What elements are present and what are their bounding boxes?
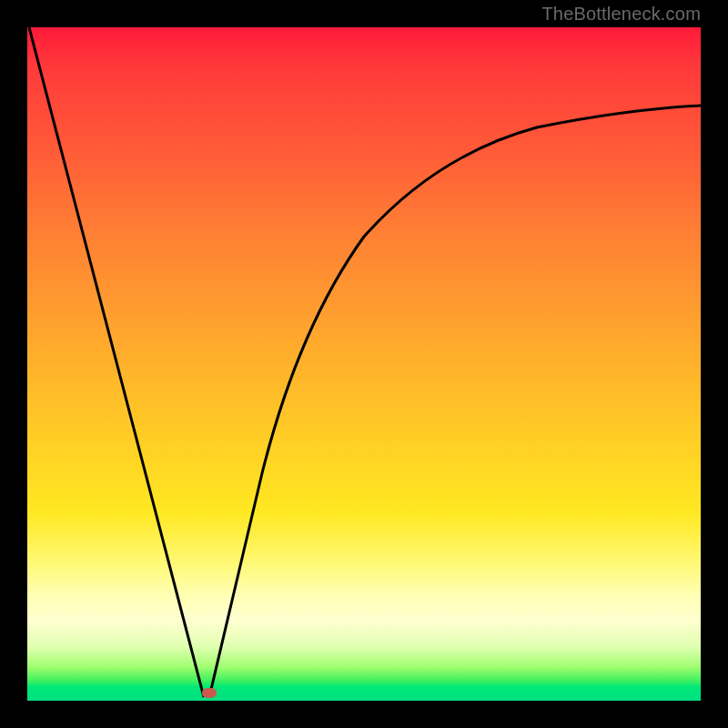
watermark-text: TheBottleneck.com — [541, 4, 701, 25]
bottleneck-curve — [27, 27, 701, 701]
plot-area — [27, 27, 701, 701]
chart-frame: TheBottleneck.com — [0, 0, 728, 728]
curve-left-segment — [29, 27, 204, 697]
optimal-point-marker — [202, 688, 217, 698]
curve-right-segment — [209, 106, 701, 697]
